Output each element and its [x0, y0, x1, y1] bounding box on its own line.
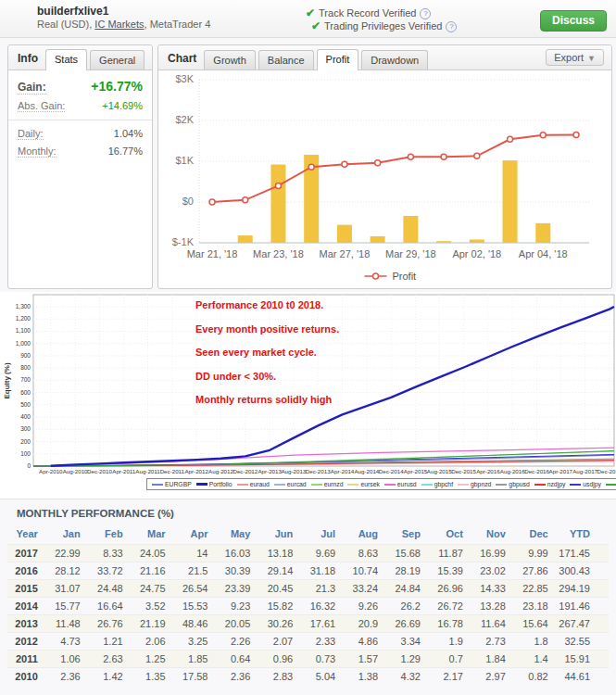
value-cell: 2.17: [428, 668, 471, 686]
broker-link[interactable]: IC Markets: [94, 19, 144, 30]
monthly-performance-section: MONTHLY PERFORMANCE (%) YearJanFebMarApr…: [0, 499, 616, 685]
value-cell: 1.21: [88, 633, 131, 651]
svg-text:Dec-2013: Dec-2013: [306, 468, 331, 474]
discuss-button[interactable]: Discuss: [540, 10, 607, 32]
checkmark-icon: ✔: [311, 19, 321, 32]
legend-item-eursek: eursek: [347, 481, 379, 487]
value-cell: 171.45: [556, 545, 609, 562]
value-cell: 267.47: [556, 615, 609, 633]
svg-text:Equity (%): Equity (%): [3, 362, 11, 398]
tab-growth[interactable]: Growth: [204, 50, 255, 70]
info-panel: Info StatsGeneral Gain: +16.77% Abs. Gai…: [7, 44, 153, 289]
svg-text:Apr 04, '18: Apr 04, '18: [519, 248, 568, 259]
column-header-oct: Oct: [428, 524, 471, 545]
svg-text:Mar 27, '18: Mar 27, '18: [320, 248, 371, 259]
tab-balance[interactable]: Balance: [258, 50, 314, 70]
svg-text:Apr-2017: Apr-2017: [549, 468, 573, 474]
svg-text:1,100: 1,100: [16, 327, 31, 334]
svg-text:Aug-2017: Aug-2017: [572, 468, 597, 474]
svg-text:900: 900: [20, 352, 31, 359]
value-cell: 20.45: [258, 580, 300, 598]
gain-row: Gain: +16.77%: [8, 76, 152, 97]
value-cell: 24.48: [88, 580, 131, 598]
tab-stats[interactable]: Stats: [45, 49, 87, 70]
year-cell: 2013: [7, 615, 45, 633]
value-cell: 300.43: [556, 562, 609, 580]
svg-text:Apr-2011: Apr-2011: [112, 468, 136, 474]
table-row-2015: 201531.0724.4824.7526.5423.3920.4521.333…: [7, 580, 609, 598]
equity-chart: 01002003004005006007008009001,0001,1001,…: [0, 292, 616, 499]
value-cell: 30.39: [215, 562, 258, 580]
equity-figure: 01002003004005006007008009001,0001,1001,…: [0, 292, 616, 499]
monthly-row: Monthly: 16.77%: [8, 143, 152, 160]
svg-text:Aug-2015: Aug-2015: [427, 468, 452, 474]
value-cell: 8.63: [343, 545, 385, 562]
value-cell: 3.34: [385, 633, 428, 651]
value-cell: 8.33: [88, 545, 131, 562]
value-cell: 9.23: [215, 598, 258, 615]
help-icon[interactable]: ?: [446, 21, 457, 32]
value-cell: 15.39: [428, 562, 471, 580]
value-cell: 0.64: [215, 651, 258, 668]
svg-text:400: 400: [20, 413, 31, 420]
value-cell: 3.25: [173, 633, 216, 651]
column-header-jan: Jan: [45, 524, 88, 545]
legend-item-eurcad: eurcad: [274, 481, 307, 487]
svg-text:Mar 23, '18: Mar 23, '18: [253, 248, 304, 259]
legend-line-swatch: [496, 484, 507, 486]
value-cell: 0.96: [258, 651, 300, 668]
svg-text:700: 700: [20, 376, 31, 383]
svg-text:Apr-2010: Apr-2010: [39, 468, 63, 474]
value-cell: 2.33: [300, 633, 343, 651]
monthly-value: 16.77%: [108, 145, 143, 157]
value-cell: 10.74: [343, 562, 385, 580]
value-cell: 24.75: [131, 580, 173, 598]
value-cell: 16.99: [471, 545, 513, 562]
svg-text:Aug-2010: Aug-2010: [63, 468, 88, 474]
legend-line-swatch: [274, 484, 285, 486]
tab-profit[interactable]: Profit: [317, 49, 359, 70]
svg-text:Aug-2013: Aug-2013: [281, 468, 306, 474]
svg-text:$3K: $3K: [175, 73, 194, 84]
value-cell: 24.05: [131, 545, 173, 562]
value-cell: 13.18: [258, 545, 300, 562]
value-cell: 44.61: [556, 668, 609, 686]
value-cell: 16.32: [300, 598, 343, 615]
value-cell: 21.3: [300, 580, 343, 598]
help-icon[interactable]: ?: [420, 8, 431, 19]
value-cell: 191.46: [556, 598, 609, 615]
value-cell: 26.96: [428, 580, 471, 598]
legend-item-eurgbp: EURGBP: [152, 481, 192, 487]
legend-item-gbpnzd: gbpnzd: [458, 481, 491, 487]
table-row-2013: 201311.4826.7621.1948.4620.0530.2617.612…: [7, 615, 609, 633]
table-header-row: YearJanFebMarAprMayJunJulAugSepOctNovDec…: [7, 524, 609, 545]
value-cell: 32.55: [556, 633, 609, 651]
account-info: builderfxlive1 Real (USD), IC Markets, M…: [37, 6, 210, 31]
legend-line-swatch: [421, 484, 433, 486]
value-cell: 16.03: [215, 545, 258, 562]
value-cell: 1.25: [131, 651, 173, 668]
svg-text:Performance 2010 t0 2018.: Performance 2010 t0 2018.: [195, 299, 323, 310]
legend-item-eurusd: eurusd: [384, 481, 417, 487]
svg-text:$1K: $1K: [175, 155, 194, 166]
export-button[interactable]: Export▼: [546, 49, 604, 66]
year-cell: 2012: [7, 633, 45, 651]
svg-text:300: 300: [20, 425, 31, 432]
value-cell: 23.02: [471, 562, 513, 580]
value-cell: 1.9: [428, 633, 471, 651]
svg-text:Dec-2010: Dec-2010: [87, 468, 112, 474]
table-row-2010: 20102.361.421.3517.582.362.835.041.384.3…: [7, 668, 609, 686]
value-cell: 23.39: [215, 580, 258, 598]
verification-badges: ✔Track Record Verified? ✔Trading Privile…: [306, 6, 457, 32]
value-cell: 30.26: [258, 615, 300, 633]
svg-text:Aug-2012: Aug-2012: [208, 468, 233, 474]
table-row-2016: 201628.1233.7221.1621.530.3929.1431.1810…: [7, 562, 609, 580]
value-cell: 15.64: [513, 615, 556, 633]
value-cell: 26.69: [385, 615, 428, 633]
trading-privileges-verified: ✔Trading Privileges Verified?: [311, 19, 457, 32]
svg-text:Dec-2017: Dec-2017: [597, 468, 616, 474]
column-header-year: Year: [7, 524, 45, 545]
tab-general[interactable]: General: [90, 50, 145, 70]
svg-text:1,000: 1,000: [16, 340, 31, 347]
tab-drawdown[interactable]: Drawdown: [361, 50, 428, 70]
